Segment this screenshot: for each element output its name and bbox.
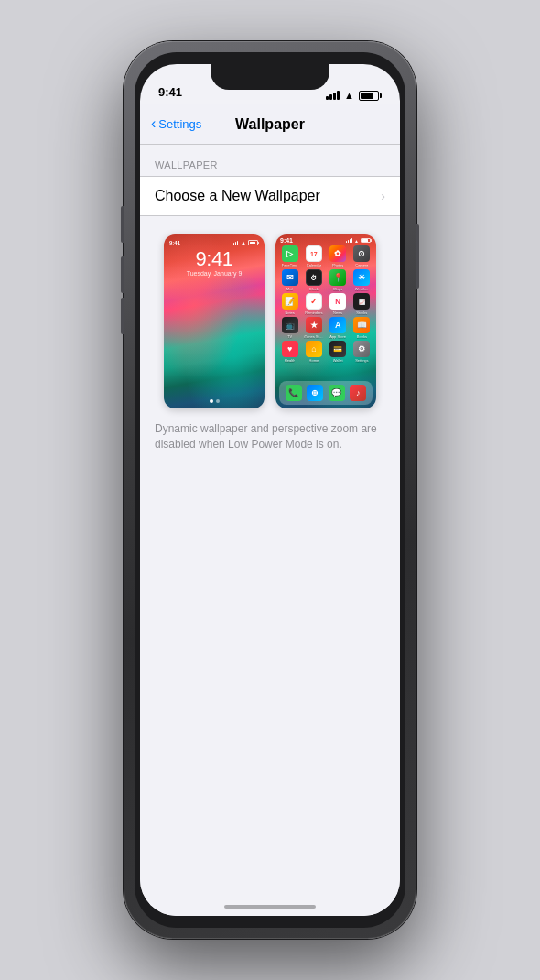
battery-icon	[359, 91, 382, 101]
lock-time: 9:41	[169, 249, 259, 269]
reminders-label: Reminders	[305, 310, 322, 315]
notch	[211, 64, 329, 90]
content-area: WALLPAPER Choose a New Wallpaper › 9:41	[140, 145, 400, 916]
app-row-3: 📝 Notes ✓ Reminders N	[279, 293, 373, 315]
lock-screen-status: 9:41 ▲	[169, 240, 259, 245]
app-facetime[interactable]: ▷ FaceTime	[279, 245, 300, 267]
app-row-1: ▷ FaceTime 17 Calendar ✿	[279, 245, 373, 267]
mail-icon: ✉	[282, 269, 298, 286]
app-notes[interactable]: 📝 Notes	[279, 293, 300, 315]
lock-screen-dots	[164, 399, 265, 403]
music-dock-icon: ♪	[350, 385, 366, 401]
home-battery-icon	[361, 238, 372, 244]
app-row-2: ✉ Mail ⏱ Clock 📍	[279, 269, 373, 291]
books-label: Books	[357, 334, 367, 339]
status-icons: ▲	[326, 90, 382, 101]
dock-phone[interactable]: 📞	[283, 385, 305, 401]
news-label: News	[333, 310, 342, 315]
home-screen-overlay: 9:41 ▲	[275, 234, 376, 408]
back-button[interactable]: ‹ Settings	[151, 116, 201, 132]
app-calendar[interactable]: 17 Calendar	[303, 245, 324, 267]
dock-messages[interactable]: 💬	[326, 385, 348, 401]
wifi-icon: ▲	[344, 90, 354, 101]
maps-label: Maps	[333, 287, 342, 291]
notes-label: Notes	[285, 310, 294, 315]
wallet-icon: 💳	[329, 341, 346, 357]
app-stocks[interactable]: 📈 Stocks	[351, 293, 373, 315]
lock-signal-icon	[232, 241, 239, 245]
wallet-label: Wallet	[333, 358, 343, 363]
books-icon: 📖	[353, 317, 370, 333]
itunes-icon: ★	[306, 317, 322, 333]
camera-icon: ⊙	[353, 245, 370, 262]
app-home[interactable]: ⌂ Home	[303, 341, 324, 363]
app-row-4: 📺 TV ★ iTunes Store A	[279, 317, 373, 339]
app-wallet[interactable]: 💳 Wallet	[328, 341, 349, 363]
appstore-label: App Store	[329, 334, 346, 339]
lock-battery-icon	[248, 240, 259, 245]
app-appstore[interactable]: A App Store	[328, 317, 349, 339]
choose-wallpaper-label: Choose a New Wallpaper	[155, 188, 320, 204]
settings-icon: ⚙	[353, 341, 370, 357]
app-weather[interactable]: ☀ Weather	[351, 269, 373, 291]
home-indicator[interactable]	[224, 905, 316, 909]
home-signal-icon	[346, 238, 353, 243]
app-photos[interactable]: ✿ Photos	[328, 245, 349, 267]
app-health[interactable]: ♥ Health	[279, 341, 300, 363]
stocks-label: Stocks	[356, 310, 367, 315]
lock-wifi-icon: ▲	[241, 240, 246, 245]
appstore-icon: A	[329, 317, 346, 333]
dock-safari[interactable]: ⊕	[305, 385, 327, 401]
home-status-time: 9:41	[280, 237, 293, 244]
safari-dock-icon: ⊕	[307, 385, 323, 401]
app-tv[interactable]: 📺 TV	[279, 317, 300, 339]
reminders-icon: ✓	[306, 293, 322, 310]
lock-screen-status-icons: ▲	[232, 240, 259, 245]
health-icon: ♥	[282, 341, 298, 357]
app-clock[interactable]: ⏱ Clock	[303, 269, 324, 291]
settings-label: Settings	[355, 358, 368, 363]
home-wifi-icon: ▲	[354, 238, 359, 244]
app-settings[interactable]: ⚙ Settings	[351, 341, 373, 363]
app-mail[interactable]: ✉ Mail	[279, 269, 300, 291]
wallpaper-section-header: WALLPAPER	[140, 145, 400, 176]
app-itunes[interactable]: ★ iTunes Store	[303, 317, 324, 339]
health-label: Health	[285, 358, 296, 363]
maps-icon: 📍	[329, 269, 346, 286]
mail-label: Mail	[286, 287, 293, 291]
calendar-icon: 17	[306, 245, 322, 262]
phone-dock-icon: 📞	[286, 385, 302, 401]
navigation-bar: ‹ Settings Wallpaper	[140, 104, 400, 145]
app-reminders[interactable]: ✓ Reminders	[303, 293, 324, 315]
stocks-icon: 📈	[353, 293, 370, 310]
calendar-label: Calendar	[307, 263, 321, 267]
lock-screen-preview[interactable]: 9:41 ▲	[164, 234, 265, 408]
caption-text: Dynamic wallpaper and perspective zoom a…	[155, 421, 385, 452]
weather-label: Weather	[355, 287, 369, 291]
lock-screen-wallpaper-bg: 9:41 ▲	[164, 234, 265, 408]
dock-music[interactable]: ♪	[348, 385, 370, 401]
facetime-label: FaceTime	[282, 263, 298, 267]
notes-icon: 📝	[282, 293, 298, 310]
app-camera[interactable]: ⊙ Camera	[351, 245, 373, 267]
tv-icon: 📺	[282, 317, 298, 333]
app-news[interactable]: N News	[328, 293, 349, 315]
phone-inner: 9:41 ▲ ‹ S	[135, 52, 405, 928]
home-label: Home	[309, 358, 319, 363]
home-screen-wallpaper-bg: 9:41 ▲	[275, 234, 376, 408]
app-books[interactable]: 📖 Books	[351, 317, 373, 339]
itunes-label: iTunes Store	[304, 334, 324, 339]
screen: 9:41 ▲ ‹ S	[140, 64, 400, 916]
home-screen-preview[interactable]: 9:41 ▲	[275, 234, 376, 408]
choose-wallpaper-row[interactable]: Choose a New Wallpaper ›	[140, 176, 400, 216]
wallpaper-previews: 9:41 ▲	[155, 234, 385, 408]
lock-screen-content: 9:41 ▲	[164, 234, 265, 277]
back-chevron-icon: ‹	[151, 115, 156, 132]
home-apps-grid: ▷ FaceTime 17 Calendar ✿	[275, 244, 376, 379]
chevron-right-icon: ›	[381, 189, 385, 203]
weather-icon: ☀	[353, 269, 370, 286]
tv-label: TV	[287, 334, 292, 339]
clock-label: Clock	[309, 287, 319, 291]
home-dock: 📞 ⊕ 💬 ♪	[279, 381, 373, 405]
app-maps[interactable]: 📍 Maps	[328, 269, 349, 291]
